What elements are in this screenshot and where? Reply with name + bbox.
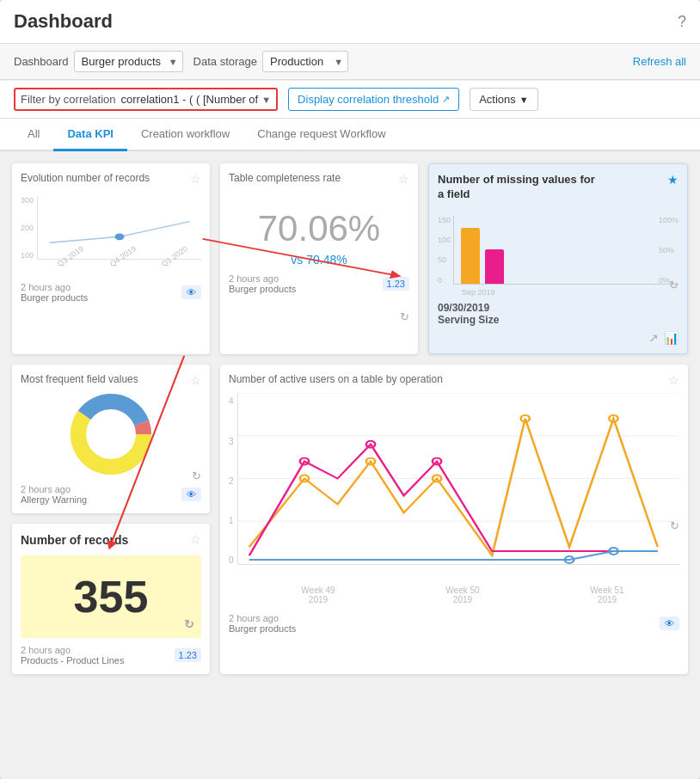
au-footer: 2 hours ago Burger products 👁 <box>229 613 679 634</box>
donut-svg <box>64 387 158 482</box>
actions-caret-icon: ▼ <box>519 95 529 105</box>
missing-values-chart: 150 100 50 0 100% 50% 0% <box>438 207 679 285</box>
au-svg <box>238 393 679 564</box>
evolution-eye-icon[interactable]: 👁 <box>181 285 201 299</box>
left-column: Most frequent field values ☆ <box>12 365 210 674</box>
completeness-card: Table completeness rate ☆ 70.06% vs 70.4… <box>220 163 418 354</box>
missing-values-star-icon[interactable]: ★ <box>667 173 679 187</box>
actions-button[interactable]: Actions ▼ <box>470 88 538 111</box>
most-frequent-footer: 2 hours ago Allergy Warning 👁 <box>21 484 201 505</box>
bottom-card-grid: Most frequent field values ☆ <box>12 365 688 674</box>
records-footer: 2 hours ago Products - Product Lines 1.2… <box>21 645 201 666</box>
mv-field: Serving Size <box>438 314 679 326</box>
completeness-value: 70.06% <box>229 191 409 253</box>
page-title: Dashboard <box>14 10 113 33</box>
top-card-grid: Evolution number of records ☆ 300 200 10… <box>12 163 688 354</box>
datastorage-label: Data storage <box>193 55 257 68</box>
display-threshold-button[interactable]: Display correlation threshold ↗ <box>288 88 459 111</box>
evo-y-axis: 300 200 100 <box>21 196 37 260</box>
title-bar-left: Dashboard <box>14 10 113 33</box>
records-badge: 1.23 <box>175 648 201 662</box>
most-frequent-star-icon[interactable]: ☆ <box>190 373 201 387</box>
au-refresh-icon[interactable]: ↻ <box>670 519 679 532</box>
completeness-vs: vs 70.48% <box>229 253 409 267</box>
au-eye-icon[interactable]: 👁 <box>660 616 679 630</box>
records-value: 355 ↻ <box>21 555 201 638</box>
active-users-card: Number of active users on a table by ope… <box>220 365 688 674</box>
completeness-refresh-icon[interactable]: ↻ <box>400 310 409 323</box>
completeness-title: Table completeness rate <box>229 172 409 186</box>
evolution-footer: 2 hours ago Burger products 👁 <box>21 282 201 303</box>
most-frequent-card: Most frequent field values ☆ <box>12 365 210 514</box>
mv-bar-pink <box>485 249 504 284</box>
most-frequent-refresh-icon[interactable]: ↻ <box>192 469 201 482</box>
filter-value[interactable]: correlation1 - ( ( [Number of ▼ <box>121 93 272 106</box>
active-users-chart: 4 3 2 1 0 <box>229 393 679 582</box>
records-star-icon[interactable]: ☆ <box>190 532 201 546</box>
svg-point-0 <box>115 233 125 240</box>
completeness-footer: 2 hours ago Burger products 1.23 <box>229 273 409 294</box>
tabs-bar: All Data KPI Creation workflow Change re… <box>0 119 700 151</box>
mv-bar-orange <box>461 228 480 284</box>
main-toolbar: Dashboard Burger products ▼ Data storage… <box>0 44 700 80</box>
datastorage-selector-group: Data storage Production ▼ <box>193 51 348 72</box>
main-content: Evolution number of records ☆ 300 200 10… <box>0 151 700 779</box>
active-users-title: Number of active users on a table by ope… <box>229 373 679 387</box>
filter-label: Filter by correlation <box>21 93 116 106</box>
dashboard-label: Dashboard <box>14 55 69 68</box>
tab-creation-workflow[interactable]: Creation workflow <box>127 119 243 151</box>
most-frequent-title: Most frequent field values <box>21 373 201 387</box>
au-x-labels: Week 49 2019 Week 50 2019 Week 51 2019 <box>246 586 679 604</box>
records-title: Number of records <box>21 532 201 548</box>
most-frequent-eye-icon[interactable]: 👁 <box>181 488 201 501</box>
external-link-icon: ↗ <box>442 94 450 105</box>
tab-change-request[interactable]: Change request Workflow <box>243 119 399 151</box>
evolution-card: Evolution number of records ☆ 300 200 10… <box>12 163 210 354</box>
dashboard-select-wrapper: Burger products ▼ <box>74 51 183 72</box>
dashboard-window: Dashboard ? Dashboard Burger products ▼ … <box>0 0 700 779</box>
datastorage-select-wrapper: Production ▼ <box>262 51 348 72</box>
donut-chart <box>21 391 201 477</box>
au-plot-area <box>237 393 679 565</box>
evolution-title: Evolution number of records <box>21 172 201 186</box>
title-bar: Dashboard ? <box>0 0 700 44</box>
mv-y-axis: 150 100 50 0 <box>438 216 453 285</box>
au-y-axis: 4 3 2 1 0 <box>229 393 237 565</box>
mv-x-label: Sep 2019 <box>462 288 679 297</box>
records-refresh-icon[interactable]: ↻ <box>184 617 194 631</box>
help-icon[interactable]: ? <box>678 13 686 31</box>
completeness-star-icon[interactable]: ☆ <box>398 172 409 186</box>
evolution-star-icon[interactable]: ☆ <box>190 172 201 186</box>
mv-info: 09/30/2019 Serving Size <box>438 302 679 326</box>
records-card: Number of records ☆ 355 ↻ 2 hours ago Pr… <box>12 524 210 673</box>
mv-bar-area: 100% 50% 0% <box>453 216 679 285</box>
evolution-chart: 300 200 100 <box>21 191 201 260</box>
missing-values-title: Number of missing values fora field <box>438 173 679 202</box>
mv-share-icon[interactable]: ↗ <box>648 331 659 345</box>
tab-all[interactable]: All <box>14 119 53 151</box>
mv-date: 09/30/2019 <box>438 302 679 314</box>
dashboard-select[interactable]: Burger products <box>74 51 183 72</box>
correlation-filter-box: Filter by correlation correlation1 - ( (… <box>14 88 278 111</box>
datastorage-select[interactable]: Production <box>262 51 348 72</box>
refresh-all-button[interactable]: Refresh all <box>633 55 686 68</box>
tab-data-kpi[interactable]: Data KPI <box>53 119 126 151</box>
mv-refresh-icon[interactable]: ↻ <box>669 279 679 291</box>
dashboard-selector-group: Dashboard Burger products ▼ <box>14 51 183 72</box>
filter-toolbar: Filter by correlation correlation1 - ( (… <box>0 80 700 119</box>
completeness-badge: 1.23 <box>383 277 409 291</box>
missing-values-card: Number of missing values fora field ★ 15… <box>428 163 688 354</box>
active-users-star-icon[interactable]: ☆ <box>668 373 679 387</box>
mv-actions: ↗ 📊 <box>438 331 679 345</box>
mv-y2-axis: 100% 50% 0% <box>659 216 679 285</box>
evo-x-labels: Q3 2019 Q4 2019 Q1 2020 <box>45 261 201 270</box>
mv-chart-icon[interactable]: 📊 <box>664 331 679 345</box>
filter-caret-icon: ▼ <box>261 95 271 105</box>
